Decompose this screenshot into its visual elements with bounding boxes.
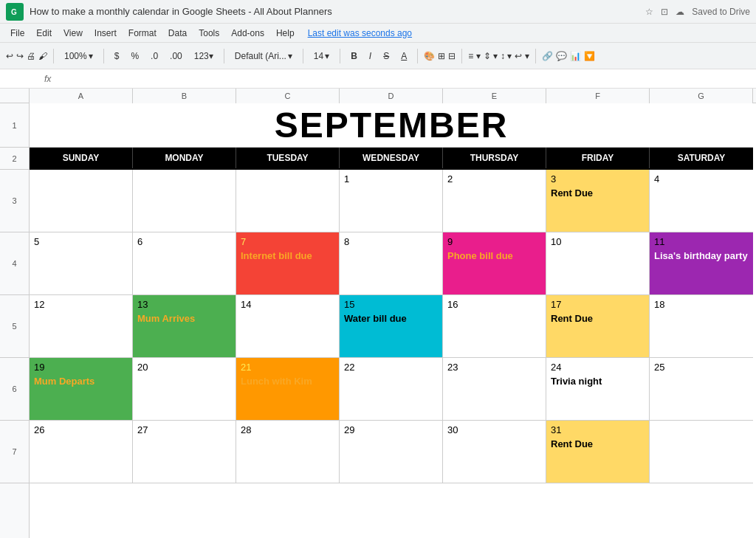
menu-file[interactable]: File: [6, 27, 29, 40]
cal-cell-5-2[interactable]: 28: [236, 421, 340, 483]
cal-cell-3-0[interactable]: 12: [30, 295, 133, 357]
zoom-select[interactable]: 100% ▾: [60, 49, 97, 63]
day-number: 13: [137, 298, 231, 311]
font-size-select[interactable]: 14 ▾: [309, 49, 334, 63]
fill-color-icon[interactable]: 🎨: [424, 51, 435, 61]
decimal0-button[interactable]: .0: [146, 49, 162, 63]
cal-cell-1-0[interactable]: [30, 170, 133, 232]
row-7-num: 7: [0, 421, 30, 483]
cal-cell-4-4[interactable]: 23: [443, 358, 546, 420]
bold-button[interactable]: B: [346, 49, 362, 63]
menu-bar: File Edit View Insert Format Data Tools …: [0, 24, 756, 43]
underline-button[interactable]: A: [396, 49, 411, 63]
col-header-d[interactable]: D: [340, 89, 443, 103]
align-icon[interactable]: ≡ ▾: [468, 51, 480, 61]
format123-button[interactable]: 123▾: [190, 49, 218, 63]
comment-icon[interactable]: 💬: [556, 51, 567, 61]
svg-text:G: G: [11, 8, 17, 16]
italic-button[interactable]: I: [365, 49, 376, 63]
cal-cell-3-2[interactable]: 14: [236, 295, 340, 357]
currency-button[interactable]: $: [110, 49, 124, 63]
cal-cell-4-1[interactable]: 20: [133, 358, 236, 420]
star-icon[interactable]: ☆: [645, 7, 653, 17]
cal-cell-2-6[interactable]: 11Lisa's birthday party: [650, 232, 753, 294]
redo-icon[interactable]: ↪: [16, 51, 24, 61]
cal-cell-4-6[interactable]: 25: [650, 358, 753, 420]
cal-cell-4-0[interactable]: 19Mum Departs: [30, 358, 133, 420]
cal-cell-5-3[interactable]: 29: [340, 421, 443, 483]
col-header-g[interactable]: G: [650, 89, 753, 103]
day-number: 8: [344, 235, 438, 249]
filter-icon[interactable]: 🔽: [584, 51, 595, 61]
font-select[interactable]: Default (Ari... ▾: [230, 49, 297, 63]
cal-cell-4-5[interactable]: 24Trivia night: [546, 358, 650, 420]
cal-cell-3-4[interactable]: 16: [443, 295, 546, 357]
menu-insert[interactable]: Insert: [90, 27, 121, 40]
calendar-week-2: 567Internet bill due89Phone bill due1011…: [30, 232, 753, 295]
cal-cell-1-5[interactable]: 3Rent Due: [546, 170, 650, 232]
text-rotate-icon[interactable]: ↕ ▾: [501, 51, 512, 61]
day-number: 16: [447, 298, 541, 311]
view-icon[interactable]: ⊡: [661, 7, 668, 17]
day-number: 7: [241, 235, 334, 249]
col-header-a[interactable]: A: [30, 89, 133, 103]
saved-status: Saved to Drive: [692, 7, 750, 17]
link-icon[interactable]: 🔗: [542, 51, 553, 61]
google-sheets-logo: G: [6, 3, 24, 21]
day-number: 2: [447, 173, 541, 186]
borders-icon[interactable]: ⊞: [438, 51, 445, 61]
cal-cell-2-1[interactable]: 6: [133, 232, 236, 294]
cal-cell-5-1[interactable]: 27: [133, 421, 236, 483]
cal-cell-3-1[interactable]: 13Mum Arrives: [133, 295, 236, 357]
cal-cell-4-2[interactable]: 21Lunch with Kim: [236, 358, 340, 420]
cal-cell-3-6[interactable]: 18: [650, 295, 753, 357]
decimal00-button[interactable]: .00: [165, 49, 187, 63]
menu-tools[interactable]: Tools: [194, 27, 224, 40]
wrap-icon[interactable]: ↩ ▾: [515, 51, 529, 61]
cal-cell-4-3[interactable]: 22: [340, 358, 443, 420]
cal-cell-1-2[interactable]: [236, 170, 340, 232]
event-label: Trivia night: [551, 376, 645, 388]
col-header-c[interactable]: C: [236, 89, 340, 103]
cal-cell-5-0[interactable]: 26: [30, 421, 133, 483]
calendar-week-1: 123Rent Due4: [30, 170, 753, 232]
cal-cell-2-0[interactable]: 5: [30, 232, 133, 294]
cal-cell-1-6[interactable]: 4: [650, 170, 753, 232]
col-header-f[interactable]: F: [546, 89, 650, 103]
menu-addons[interactable]: Add-ons: [227, 27, 269, 40]
cal-cell-5-6[interactable]: [650, 421, 753, 483]
col-header-b[interactable]: B: [133, 89, 236, 103]
cal-cell-1-4[interactable]: 2: [443, 170, 546, 232]
day-number: 1: [344, 173, 438, 186]
valign-icon[interactable]: ⇕ ▾: [484, 51, 498, 61]
undo-icon[interactable]: ↩: [6, 51, 13, 61]
cal-cell-2-5[interactable]: 10: [546, 232, 650, 294]
cal-cell-3-3[interactable]: 15Water bill due: [340, 295, 443, 357]
paint-format-icon[interactable]: 🖌: [38, 51, 47, 61]
chart-icon[interactable]: 📊: [570, 51, 581, 61]
cal-cell-5-4[interactable]: 30: [443, 421, 546, 483]
menu-edit[interactable]: Edit: [32, 27, 56, 40]
percent-button[interactable]: %: [126, 49, 143, 63]
print-icon[interactable]: 🖨: [27, 51, 35, 61]
day-number: 17: [551, 298, 645, 311]
cal-cell-3-5[interactable]: 17Rent Due: [546, 295, 650, 357]
cal-cell-2-3[interactable]: 8: [340, 232, 443, 294]
fx-label: fx: [40, 74, 55, 84]
merge-icon[interactable]: ⊟: [448, 51, 456, 61]
event-label: Rent Due: [551, 313, 645, 325]
cal-cell-5-5[interactable]: 31Rent Due: [546, 421, 650, 483]
day-number: 27: [137, 424, 231, 437]
cal-cell-1-3[interactable]: 1: [340, 170, 443, 232]
menu-format[interactable]: Format: [124, 27, 161, 40]
strikethrough-button[interactable]: S: [379, 49, 394, 63]
cal-cell-1-1[interactable]: [133, 170, 236, 232]
menu-help[interactable]: Help: [272, 27, 299, 40]
menu-data[interactable]: Data: [164, 27, 191, 40]
menu-view[interactable]: View: [59, 27, 87, 40]
day-number: 3: [551, 173, 645, 186]
cal-cell-2-4[interactable]: 9Phone bill due: [443, 232, 546, 294]
cal-cell-2-2[interactable]: 7Internet bill due: [236, 232, 340, 294]
col-header-e[interactable]: E: [443, 89, 546, 103]
title-icons: ☆ ⊡ ☁ Saved to Drive: [645, 7, 750, 17]
